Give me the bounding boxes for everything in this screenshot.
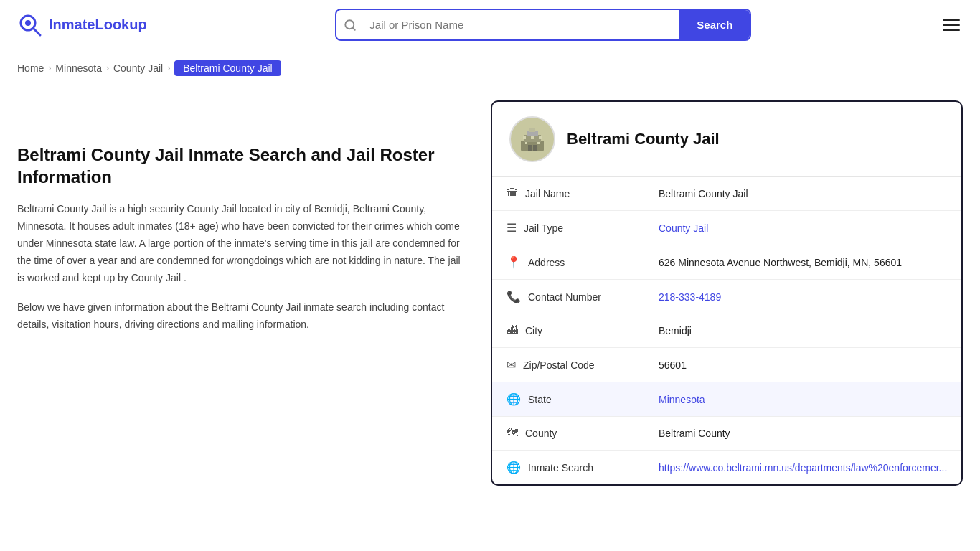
row-icon: 🌐	[507, 392, 521, 406]
info-label: Address	[528, 257, 565, 268]
card-header: Beltrami County Jail	[492, 102, 961, 177]
info-label: State	[528, 394, 552, 405]
chevron-icon: ›	[106, 63, 109, 73]
info-label-cell: 🗺County	[492, 417, 650, 450]
svg-rect-8	[529, 128, 535, 132]
info-label: County	[525, 428, 557, 439]
info-label-cell: 🏙City	[492, 314, 650, 347]
breadcrumb-county-jail[interactable]: County Jail	[113, 62, 163, 74]
info-label: Inmate Search	[528, 462, 593, 474]
info-value-cell: Beltrami County Jail	[650, 178, 961, 209]
info-value-cell: Beltrami County	[650, 418, 961, 449]
svg-line-1	[33, 28, 40, 35]
logo-link[interactable]: InmateLookup	[17, 12, 147, 38]
row-icon: 🗺	[507, 427, 518, 440]
info-label-cell: 📍Address	[492, 245, 650, 279]
breadcrumb-current: Beltrami County Jail	[174, 60, 281, 76]
info-value-cell[interactable]: County Jail	[650, 212, 961, 244]
info-value-link[interactable]: County Jail	[659, 222, 708, 234]
info-value-link[interactable]: Minnesota	[659, 394, 705, 405]
svg-rect-14	[525, 142, 527, 144]
info-row: 🌐Inmate Searchhttps://www.co.beltrami.mn…	[492, 451, 961, 484]
info-label-cell: 📞Contact Number	[492, 280, 650, 314]
info-label-cell: ✉Zip/Postal Code	[492, 348, 650, 382]
breadcrumb-state[interactable]: Minnesota	[55, 62, 102, 74]
info-row: 🗺CountyBeltrami County	[492, 417, 961, 451]
row-icon: 📞	[507, 290, 521, 303]
info-row: 📍Address626 Minnesota Avenue Northwest, …	[492, 245, 961, 280]
main-content: Beltrami County Jail Inmate Search and J…	[0, 86, 980, 514]
info-value-cell[interactable]: 218-333-4189	[650, 281, 961, 313]
right-column: Beltrami County Jail 🏛Jail NameBeltrami …	[491, 100, 963, 486]
svg-rect-5	[521, 141, 544, 151]
breadcrumb-home[interactable]: Home	[17, 62, 44, 74]
svg-rect-13	[539, 136, 542, 139]
row-icon: 🏛	[507, 187, 518, 200]
jail-info-card: Beltrami County Jail 🏛Jail NameBeltrami …	[491, 100, 963, 486]
svg-line-4	[353, 27, 355, 29]
logo-icon	[17, 12, 43, 38]
info-row: ✉Zip/Postal Code56601	[492, 348, 961, 382]
row-icon: ✉	[507, 358, 516, 372]
row-icon: 🌐	[507, 461, 521, 474]
info-value-cell[interactable]: https://www.co.beltrami.mn.us/department…	[650, 452, 961, 484]
hamburger-menu[interactable]	[940, 17, 963, 34]
info-row: 🏙CityBemidji	[492, 314, 961, 348]
info-label: City	[525, 325, 542, 336]
info-row: 🌐StateMinnesota	[492, 382, 961, 417]
svg-rect-9	[528, 145, 532, 151]
info-label: Contact Number	[528, 291, 601, 303]
search-button[interactable]: Search	[679, 10, 750, 39]
row-icon: 🏙	[507, 324, 518, 337]
page-description-2: Below we have given information about th…	[17, 299, 469, 334]
info-row: 📞Contact Number218-333-4189	[492, 280, 961, 314]
info-value-cell: Bemidji	[650, 315, 961, 347]
site-header: InmateLookup Search	[0, 0, 980, 50]
chevron-icon: ›	[48, 63, 51, 73]
logo-text: InmateLookup	[49, 17, 147, 33]
search-icon	[336, 19, 364, 32]
info-label: Jail Name	[525, 188, 570, 199]
svg-rect-10	[533, 145, 537, 151]
page-description-1: Beltrami County Jail is a high security …	[17, 201, 469, 286]
info-label-cell: ☰Jail Type	[492, 211, 650, 245]
info-value-link[interactable]: https://www.co.beltrami.mn.us/department…	[659, 462, 947, 474]
svg-rect-12	[531, 136, 534, 139]
jail-avatar	[509, 116, 555, 162]
search-bar: Search	[335, 9, 751, 41]
search-input[interactable]	[364, 11, 679, 38]
info-row: 🏛Jail NameBeltrami County Jail	[492, 177, 961, 211]
info-row: ☰Jail TypeCounty Jail	[492, 211, 961, 245]
info-value-link[interactable]: 218-333-4189	[659, 291, 721, 303]
info-rows: 🏛Jail NameBeltrami County Jail☰Jail Type…	[492, 177, 961, 484]
info-label-cell: 🌐Inmate Search	[492, 451, 650, 484]
row-icon: ☰	[507, 221, 517, 235]
info-label: Jail Type	[524, 222, 563, 234]
info-label: Zip/Postal Code	[523, 359, 595, 371]
chevron-icon: ›	[167, 63, 170, 73]
card-jail-name: Beltrami County Jail	[567, 130, 720, 149]
left-column: Beltrami County Jail Inmate Search and J…	[17, 100, 491, 486]
row-icon: 📍	[507, 255, 521, 269]
info-value-cell[interactable]: Minnesota	[650, 384, 961, 415]
info-label-cell: 🏛Jail Name	[492, 177, 650, 210]
svg-rect-15	[537, 142, 540, 144]
svg-rect-11	[523, 136, 526, 139]
svg-point-2	[25, 20, 31, 26]
info-label-cell: 🌐State	[492, 382, 650, 416]
page-title: Beltrami County Jail Inmate Search and J…	[17, 143, 469, 188]
info-value-cell: 56601	[650, 349, 961, 381]
info-value-cell: 626 Minnesota Avenue Northwest, Bemidji,…	[650, 247, 961, 278]
breadcrumb: Home › Minnesota › County Jail › Beltram…	[0, 50, 980, 86]
